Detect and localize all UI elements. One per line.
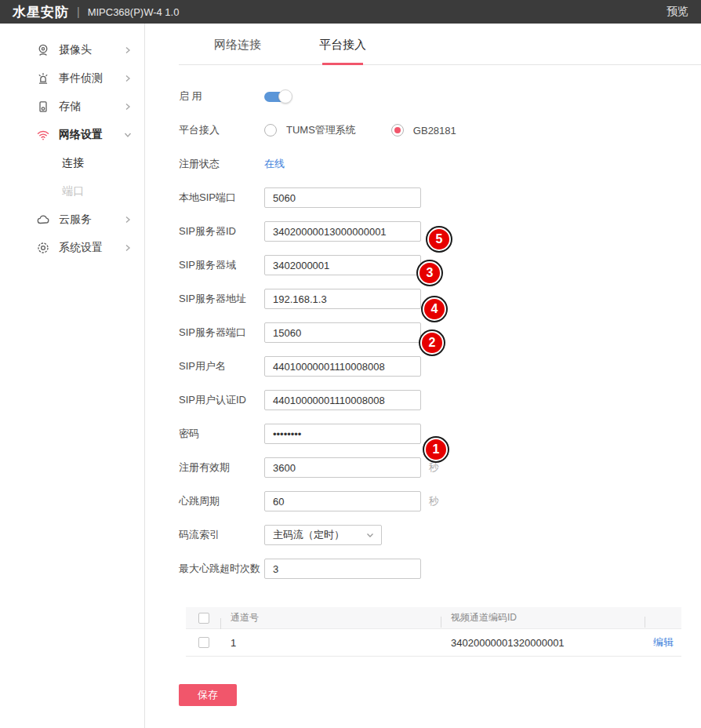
tab-network-connection[interactable]: 网络连接: [210, 38, 265, 64]
annotation-badge-2: 2: [420, 331, 444, 355]
brand-logo: 水星安防: [13, 3, 69, 21]
sidebar-item-label: 网络设置: [59, 128, 124, 142]
form-row-max-heartbeat-timeout: 最大心跳超时次数: [179, 559, 701, 579]
max-heartbeat-timeout-label: 最大心跳超时次数: [179, 562, 264, 576]
row-checkbox[interactable]: [198, 637, 209, 648]
save-button[interactable]: 保存: [179, 684, 237, 706]
sip-server-port-label: SIP服务器端口: [179, 326, 264, 340]
form-row-registration-status: 注册状态 在线: [179, 154, 701, 174]
form-row-sip-auth-id: SIP用户认证ID: [179, 390, 701, 410]
sip-server-id-input[interactable]: [264, 221, 421, 242]
cloud-icon: [36, 213, 50, 227]
sidebar-subitem-port[interactable]: 端口: [0, 177, 144, 206]
sip-auth-id-input[interactable]: [264, 390, 421, 410]
heartbeat-period-label: 心跳周期: [179, 494, 264, 508]
sip-domain-input[interactable]: [264, 255, 421, 275]
sip-username-input[interactable]: [264, 356, 421, 377]
enable-toggle[interactable]: [264, 89, 292, 104]
form-row-enable: 启 用: [179, 86, 701, 107]
sidebar-item-cloud-service[interactable]: 云服务: [0, 206, 144, 234]
sidebar-subitem-label: 端口: [62, 184, 84, 198]
cell-channel: 1: [221, 637, 441, 649]
active-tab-underline: [322, 63, 363, 65]
sidebar-item-system-settings[interactable]: 系统设置: [0, 234, 144, 262]
chevron-right-icon: [124, 103, 132, 111]
main-layout: 摄像头 事件侦测 存储: [0, 24, 701, 728]
radio-label: GB28181: [413, 125, 456, 136]
content-panel: 网络连接 平台接入 启 用 平台接入 TUMS管理系统: [145, 24, 701, 728]
annotation-badge-1: 1: [424, 438, 448, 461]
sip-username-label: SIP用户名: [179, 359, 264, 373]
platform-access-form: 启 用 平台接入 TUMS管理系统 GB28181: [145, 65, 701, 579]
header-video-id: 视频通道编码ID: [441, 611, 645, 624]
channel-table: 通道号 视频通道编码ID 1 34020000001320000001 编辑: [186, 607, 681, 657]
chevron-right-icon: [124, 244, 132, 252]
sip-address-input[interactable]: [264, 289, 421, 309]
radio-option-tums[interactable]: TUMS管理系统: [264, 123, 356, 137]
chevron-right-icon: [124, 216, 132, 224]
seconds-unit-label: 秒: [429, 494, 439, 508]
enable-label: 启 用: [179, 89, 264, 104]
sidebar-subitem-connection[interactable]: 连接: [0, 149, 144, 177]
alarm-icon: [36, 71, 50, 86]
row-checkbox-cell: [186, 637, 221, 648]
tab-bar: 网络连接 平台接入: [179, 24, 701, 65]
local-sip-port-label: 本地SIP端口: [179, 191, 264, 205]
radio-option-gb28181[interactable]: GB28181: [391, 124, 456, 136]
registration-validity-label: 注册有效期: [179, 460, 264, 475]
chevron-right-icon: [124, 46, 132, 54]
annotation-badge-4: 4: [423, 297, 446, 321]
toggle-knob: [278, 89, 292, 104]
table-header-row: 通道号 视频通道编码ID: [186, 607, 681, 629]
stream-index-label: 码流索引: [179, 528, 264, 542]
sidebar-item-label: 云服务: [59, 213, 124, 227]
sip-server-port-input[interactable]: [264, 322, 421, 343]
dropdown-selected-value: 主码流（定时）: [273, 528, 365, 542]
cell-video-id: 34020000001320000001: [441, 637, 645, 649]
sidebar-subitem-label: 连接: [62, 156, 84, 170]
local-sip-port-input[interactable]: [264, 187, 421, 208]
sidebar-item-label: 事件侦测: [59, 71, 124, 86]
header-checkbox-cell: [186, 613, 221, 624]
logo-separator: |: [77, 5, 80, 18]
form-row-platform-type: 平台接入 TUMS管理系统 GB28181: [179, 120, 701, 140]
sidebar-item-label: 存储: [59, 100, 124, 114]
preview-link[interactable]: 预览: [666, 5, 688, 19]
form-row-stream-index: 码流索引 主码流（定时）: [179, 525, 701, 545]
chevron-down-icon: [365, 530, 375, 540]
heartbeat-period-input[interactable]: [264, 491, 421, 511]
password-input[interactable]: [264, 424, 421, 444]
sidebar: 摄像头 事件侦测 存储: [0, 24, 145, 728]
registration-status-value: 在线: [264, 157, 285, 171]
platform-type-label: 平台接入: [179, 123, 264, 137]
sidebar-item-event-detect[interactable]: 事件侦测: [0, 64, 144, 93]
chevron-down-icon: [124, 131, 132, 139]
wifi-icon: [36, 128, 50, 142]
form-row-local-sip-port: 本地SIP端口: [179, 187, 701, 208]
gear-icon: [36, 241, 50, 255]
seconds-unit-label: 秒: [429, 460, 439, 475]
radio-checked-icon: [391, 124, 404, 136]
max-heartbeat-timeout-input[interactable]: [264, 559, 421, 579]
edit-link[interactable]: 编辑: [653, 636, 674, 648]
registration-validity-input[interactable]: [264, 457, 421, 478]
sidebar-item-storage[interactable]: 存储: [0, 93, 144, 121]
sip-domain-label: SIP服务器域: [179, 258, 264, 272]
sidebar-item-label: 摄像头: [59, 43, 124, 57]
sidebar-item-network-settings[interactable]: 网络设置: [0, 121, 144, 149]
sip-address-label: SIP服务器地址: [179, 292, 264, 306]
stream-index-dropdown[interactable]: 主码流（定时）: [264, 525, 382, 545]
sidebar-item-camera[interactable]: 摄像头: [0, 36, 144, 64]
select-all-checkbox[interactable]: [198, 613, 209, 624]
header-channel: 通道号: [221, 611, 441, 624]
annotation-badge-3: 3: [418, 261, 441, 285]
sip-server-id-label: SIP服务器ID: [179, 224, 264, 238]
top-bar: 水星安防 | MIPC368(P)W-4 1.0 预览: [0, 0, 701, 24]
tab-label: 平台接入: [319, 38, 366, 51]
table-row: 1 34020000001320000001 编辑: [186, 629, 681, 657]
radio-label: TUMS管理系统: [286, 123, 356, 137]
form-row-heartbeat-period: 心跳周期 秒: [179, 491, 701, 511]
tab-platform-access[interactable]: 平台接入: [315, 38, 370, 64]
sip-auth-id-label: SIP用户认证ID: [179, 393, 264, 407]
annotation-badge-5: 5: [427, 228, 451, 251]
